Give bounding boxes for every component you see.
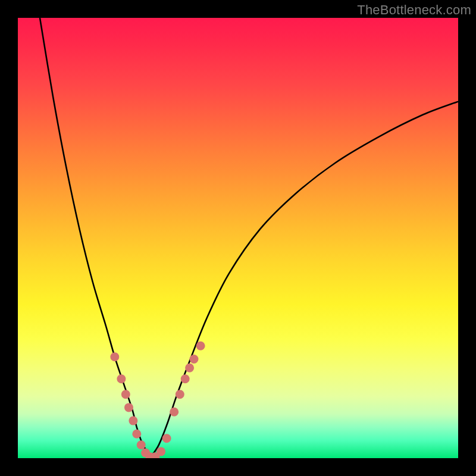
sample-dot [185,364,194,372]
sample-dot [117,374,126,383]
sample-dot [176,390,184,399]
plot-area [18,18,458,458]
chart-frame: TheBottleneck.com [0,0,476,476]
sample-dot [110,352,119,361]
sample-dot [181,374,190,383]
sample-dots [110,342,205,458]
watermark-text: TheBottleneck.com [357,2,471,18]
sample-dot [121,390,130,399]
sample-dot [162,434,171,443]
sample-dot [190,355,199,364]
sample-dot [132,430,141,439]
sample-dot [170,408,178,416]
sample-dot [124,403,133,412]
sample-dot [137,440,146,449]
sample-dot [156,447,165,456]
sample-dot [129,416,137,425]
sample-dot [196,342,205,350]
dots-svg [18,18,458,458]
